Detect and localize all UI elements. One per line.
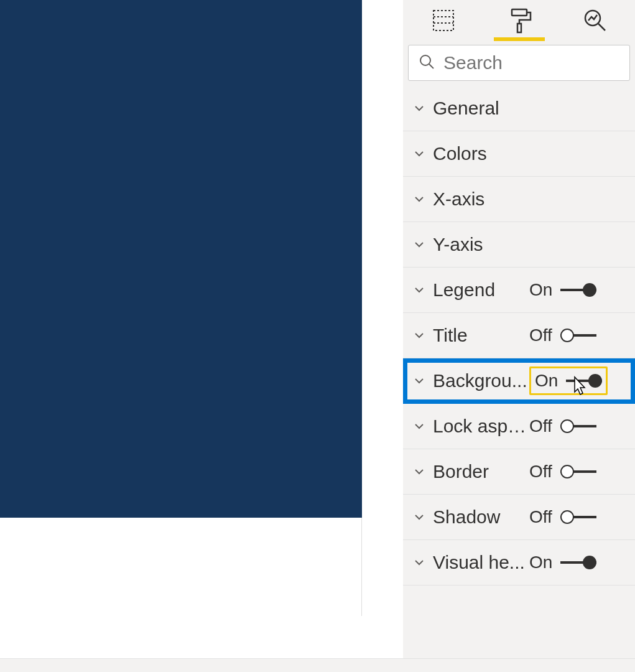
chevron-down-icon bbox=[412, 237, 428, 252]
chevron-down-icon bbox=[412, 555, 428, 570]
section-label: General bbox=[433, 98, 529, 119]
tab-fields[interactable] bbox=[418, 6, 469, 37]
format-panel: General Colors X-axis Y-axis Legend bbox=[403, 0, 635, 672]
section-label: Title bbox=[433, 325, 529, 346]
svg-rect-4 bbox=[517, 24, 521, 32]
format-section-list: General Colors X-axis Y-axis Legend bbox=[403, 86, 635, 586]
paint-roller-icon bbox=[506, 7, 533, 37]
section-colors[interactable]: Colors bbox=[403, 131, 635, 177]
toggle-switch[interactable] bbox=[560, 281, 596, 299]
svg-line-8 bbox=[429, 64, 433, 68]
section-xaxis[interactable]: X-axis bbox=[403, 177, 635, 222]
section-label: Backgrou... bbox=[433, 370, 529, 391]
toggle-state-label: On bbox=[529, 553, 557, 572]
toggle-switch[interactable] bbox=[560, 508, 596, 526]
toggle-background[interactable]: On bbox=[529, 366, 608, 395]
toggle-switch[interactable] bbox=[560, 462, 596, 481]
section-label: Colors bbox=[433, 143, 529, 164]
section-label: Visual he... bbox=[433, 552, 529, 573]
chevron-down-icon bbox=[412, 510, 428, 525]
svg-rect-0 bbox=[433, 11, 453, 30]
section-yaxis[interactable]: Y-axis bbox=[403, 222, 635, 268]
toggle-visual-header[interactable]: On bbox=[529, 553, 601, 572]
section-label: X-axis bbox=[433, 189, 529, 210]
search-input[interactable] bbox=[436, 52, 621, 73]
section-label: Border bbox=[433, 461, 529, 482]
chevron-down-icon bbox=[412, 282, 428, 297]
toggle-state-label: Off bbox=[529, 507, 557, 527]
cursor-pointer-icon bbox=[570, 376, 588, 402]
svg-line-6 bbox=[598, 24, 605, 30]
section-label: Shadow bbox=[433, 506, 529, 528]
svg-point-7 bbox=[420, 55, 430, 65]
section-background[interactable]: Backgrou... On bbox=[403, 358, 635, 404]
analytics-icon bbox=[582, 7, 609, 37]
chevron-down-icon bbox=[412, 192, 428, 207]
section-general[interactable]: General bbox=[403, 86, 635, 131]
toggle-legend[interactable]: On bbox=[529, 280, 601, 300]
search-container bbox=[408, 45, 630, 81]
section-label: Legend bbox=[433, 279, 529, 301]
toggle-shadow[interactable]: Off bbox=[529, 507, 601, 527]
toggle-state-label: On bbox=[529, 280, 557, 300]
tab-analytics[interactable] bbox=[570, 6, 621, 37]
toggle-lock-aspect[interactable]: Off bbox=[529, 416, 601, 436]
chevron-down-icon bbox=[412, 373, 428, 388]
canvas-area bbox=[0, 0, 362, 616]
section-label: Y-axis bbox=[433, 234, 529, 255]
search-box[interactable] bbox=[408, 45, 630, 81]
section-lock-aspect[interactable]: Lock aspe... Off bbox=[403, 404, 635, 449]
toggle-switch[interactable] bbox=[560, 417, 596, 436]
tab-format[interactable] bbox=[494, 6, 545, 37]
toggle-state-label: Off bbox=[529, 416, 557, 436]
section-visual-header[interactable]: Visual he... On bbox=[403, 540, 635, 586]
visual-preview[interactable] bbox=[0, 0, 362, 518]
toggle-switch[interactable] bbox=[560, 553, 596, 572]
toggle-state-label: On bbox=[535, 371, 562, 391]
section-label: Lock aspe... bbox=[433, 416, 529, 437]
section-title[interactable]: Title Off bbox=[403, 313, 635, 358]
search-icon bbox=[417, 52, 436, 73]
toggle-title[interactable]: Off bbox=[529, 325, 601, 345]
toggle-switch[interactable] bbox=[560, 326, 596, 345]
toggle-border[interactable]: Off bbox=[529, 462, 601, 482]
chevron-down-icon bbox=[412, 419, 428, 434]
toggle-state-label: Off bbox=[529, 325, 557, 345]
section-legend[interactable]: Legend On bbox=[403, 268, 635, 313]
chevron-down-icon bbox=[412, 464, 428, 479]
chevron-down-icon bbox=[412, 328, 428, 343]
chevron-down-icon bbox=[412, 146, 428, 161]
toggle-state-label: Off bbox=[529, 462, 557, 482]
section-border[interactable]: Border Off bbox=[403, 449, 635, 495]
fields-icon bbox=[430, 7, 457, 37]
status-bar bbox=[0, 658, 635, 672]
panel-tabs bbox=[403, 0, 635, 37]
chevron-down-icon bbox=[412, 101, 428, 116]
section-shadow[interactable]: Shadow Off bbox=[403, 495, 635, 540]
svg-rect-3 bbox=[512, 9, 527, 16]
